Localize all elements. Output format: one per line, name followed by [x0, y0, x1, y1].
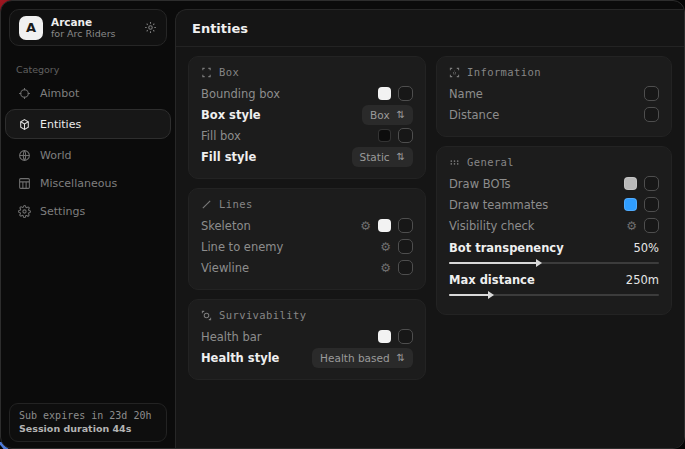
sidebar-item-miscellaneous[interactable]: Miscellaneous [5, 169, 171, 197]
grid-icon [17, 177, 31, 190]
card-title: Survivability [219, 309, 306, 321]
survivability-card: Survivability Health bar Health style [188, 299, 426, 380]
setting-label: Name [449, 87, 483, 101]
visibility-check-checkbox[interactable] [644, 218, 659, 233]
skeleton-checkbox[interactable] [398, 218, 413, 233]
session-duration-text: Session duration 44s [19, 423, 157, 434]
draw-bots-checkbox[interactable] [644, 176, 659, 191]
line-to-enemy-checkbox[interactable] [398, 239, 413, 254]
sidebar-item-settings[interactable]: Settings [5, 197, 171, 225]
card-title: Information [467, 66, 541, 78]
information-icon [449, 67, 460, 78]
dropdown-value: Static [360, 151, 390, 163]
setting-label: Viewline [201, 261, 249, 275]
setting-label: Line to enemy [201, 240, 283, 254]
setting-label: Distance [449, 108, 499, 122]
sidebar-item-label: Aimbot [40, 87, 79, 100]
dropdown-value: Health based [320, 352, 390, 364]
sidebar-item-label: Miscellaneous [40, 177, 117, 190]
gear-icon[interactable]: ⚙ [380, 241, 391, 253]
setting-label: Bounding box [201, 87, 280, 101]
diagonal-line-icon [201, 199, 212, 210]
page-title: Entities [192, 21, 668, 36]
sidebar-item-entities[interactable]: Entities [5, 109, 171, 139]
color-swatch[interactable] [378, 219, 391, 232]
color-swatch[interactable] [378, 330, 391, 343]
setting-label: Fill box [201, 129, 241, 143]
gear-icon[interactable]: ⚙ [626, 220, 637, 232]
setting-row-viewline: Viewline ⚙ [201, 257, 413, 278]
gear-icon[interactable] [144, 21, 157, 34]
slider-fill [449, 262, 537, 264]
main-header: Entities [176, 10, 684, 47]
health-bar-checkbox[interactable] [398, 329, 413, 344]
color-swatch[interactable] [378, 129, 391, 142]
setting-row-distance: Distance [449, 104, 659, 125]
sidebar-item-world[interactable]: World [5, 141, 171, 169]
box-brackets-icon [201, 67, 212, 78]
setting-row-draw-teammates: Draw teammates [449, 194, 659, 215]
fill-box-checkbox[interactable] [398, 128, 413, 143]
color-swatch[interactable] [624, 177, 637, 190]
card-title: Box [219, 66, 239, 78]
general-card: General Draw BOTs Draw teammates [436, 146, 672, 315]
setting-row-draw-bots: Draw BOTs [449, 173, 659, 194]
card-title: General [467, 156, 514, 168]
setting-label: Draw teammates [449, 198, 548, 212]
sidebar-item-aimbot[interactable]: Aimbot [5, 79, 171, 107]
setting-label: Max distance [449, 273, 535, 287]
dots-grid-icon [449, 157, 460, 168]
setting-row-bounding-box: Bounding box [201, 83, 413, 104]
gear-icon[interactable]: ⚙ [360, 220, 371, 232]
color-swatch[interactable] [624, 198, 637, 211]
name-checkbox[interactable] [644, 86, 659, 101]
sidebar-item-label: Settings [40, 205, 85, 218]
setting-row-health-style: Health style Health based ⇅ [201, 347, 413, 368]
setting-label: Draw BOTs [449, 177, 511, 191]
fill-style-dropdown[interactable]: Static ⇅ [352, 147, 413, 167]
setting-label: Skeleton [201, 219, 251, 233]
card-title: Lines [219, 198, 253, 210]
bounding-box-checkbox[interactable] [398, 86, 413, 101]
health-style-dropdown[interactable]: Health based ⇅ [312, 348, 413, 368]
sidebar-item-label: Entities [40, 118, 81, 131]
setting-row-name: Name [449, 83, 659, 104]
crosshair-icon [17, 87, 31, 100]
slider-fill [449, 294, 489, 296]
max-distance-slider[interactable] [449, 294, 659, 296]
app-logo: A [19, 16, 43, 40]
draw-teammates-checkbox[interactable] [644, 197, 659, 212]
distance-checkbox[interactable] [644, 107, 659, 122]
globe-icon [17, 149, 31, 162]
setting-row-box-style: Box style Box ⇅ [201, 104, 413, 125]
updown-arrows-icon: ⇅ [397, 151, 405, 162]
bot-transparency-slider-block: Bot transpenency 50% [449, 239, 659, 264]
dropdown-value: Box [370, 109, 390, 121]
main-panel: Entities Box Bounding box [175, 9, 684, 448]
viewline-checkbox[interactable] [398, 260, 413, 275]
color-swatch[interactable] [378, 87, 391, 100]
setting-row-line-to-enemy: Line to enemy ⚙ [201, 236, 413, 257]
setting-row-skeleton: Skeleton ⚙ [201, 215, 413, 236]
setting-row-visibility-check: Visibility check ⚙ [449, 215, 659, 236]
box-style-dropdown[interactable]: Box ⇅ [362, 105, 413, 125]
max-distance-value: 250m [626, 273, 659, 287]
box-card: Box Bounding box Box style [188, 56, 426, 179]
content: Box Bounding box Box style [176, 47, 684, 389]
sidebar-nav: Aimbot Entities World [1, 79, 175, 225]
survivability-icon [201, 310, 212, 321]
setting-label: Box style [201, 108, 261, 122]
right-column: Information Name Distance [436, 56, 672, 315]
bot-transparency-slider[interactable] [449, 262, 659, 264]
app-name: Arcane [51, 16, 136, 29]
gear-icon [17, 205, 31, 218]
gear-icon[interactable]: ⚙ [380, 262, 391, 274]
setting-row-health-bar: Health bar [201, 326, 413, 347]
lines-card: Lines Skeleton ⚙ Line to enemy [188, 188, 426, 290]
information-card: Information Name Distance [436, 56, 672, 137]
updown-arrows-icon: ⇅ [397, 352, 405, 363]
app-window: A Arcane for Arc Riders Category Aimbot [0, 0, 685, 449]
cube-scan-icon [17, 118, 31, 131]
bot-transparency-value: 50% [633, 241, 659, 255]
app-subtitle: for Arc Riders [51, 28, 136, 39]
